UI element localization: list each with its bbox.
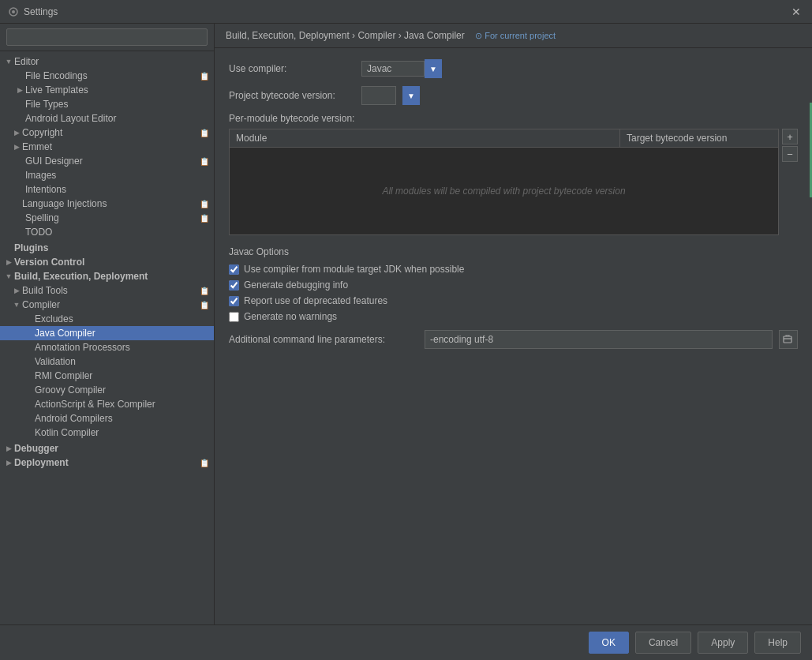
sidebar-item-label: Intentions (25, 184, 214, 195)
sidebar-item-label: Annotation Processors (35, 342, 214, 353)
sidebar-item-label: Live Templates (25, 84, 214, 96)
bytecode-dropdown-button[interactable]: ▼ (402, 86, 420, 105)
sidebar-item-intentions[interactable]: Intentions (0, 182, 214, 197)
add-module-button[interactable]: + (782, 129, 798, 144)
search-input[interactable] (6, 28, 208, 46)
sidebar-item-spelling[interactable]: Spelling 📋 (0, 211, 214, 225)
badge-icon: 📋 (200, 287, 209, 295)
sidebar-item-label: Groovy Compiler (35, 384, 214, 396)
sidebar-item-label: Spelling (25, 212, 200, 223)
sidebar-item-groovy-compiler[interactable]: Groovy Compiler (0, 383, 214, 397)
module-table-body: All modules will be compiled with projec… (230, 148, 778, 234)
sidebar-item-deployment[interactable]: ▶ Deployment 📋 (0, 456, 214, 470)
remove-module-button[interactable]: − (782, 146, 798, 162)
sidebar-item-label: Compiler (22, 299, 200, 310)
sidebar-item-actionscript-flex[interactable]: ActionScript & Flex Compiler (0, 397, 214, 411)
sidebar-item-label: Deployment (14, 457, 200, 468)
arrow-icon: ▶ (14, 86, 25, 94)
badge-icon: 📋 (200, 129, 209, 137)
sidebar-item-file-types[interactable]: File Types (0, 97, 214, 111)
cmd-browse-button[interactable] (779, 330, 798, 349)
checkbox-deprecated-features[interactable] (229, 296, 239, 306)
sidebar-item-compiler[interactable]: ▼ Compiler 📋 (0, 298, 214, 312)
sidebar-item-label: Debugger (14, 443, 214, 454)
sidebar-item-label: Emmet (22, 141, 214, 152)
sidebar-item-language-injections[interactable]: Language Injections 📋 (0, 197, 214, 211)
sidebar-item-gui-designer[interactable]: GUI Designer 📋 (0, 154, 214, 168)
sidebar-item-build-execution-deployment[interactable]: ▼ Build, Execution, Deployment (0, 269, 214, 283)
arrow-icon: ▼ (3, 272, 14, 280)
sidebar-item-java-compiler[interactable]: Java Compiler (0, 326, 214, 340)
sidebar-item-annotation-processors[interactable]: Annotation Processors (0, 340, 214, 354)
checkbox-generate-debug[interactable] (229, 280, 239, 291)
sidebar-item-file-encodings[interactable]: File Encodings 📋 (0, 69, 214, 83)
search-box (0, 24, 214, 51)
cmd-input[interactable] (425, 330, 773, 349)
arrow-icon: ▶ (11, 129, 22, 137)
checkbox-row-4: Generate no warnings (229, 311, 798, 322)
use-compiler-label: Use compiler: (229, 63, 355, 74)
bottom-bar: OK Cancel Apply Help (0, 624, 812, 660)
sidebar-item-editor[interactable]: ▼ Editor (0, 54, 214, 69)
sidebar-item-copyright[interactable]: ▶ Copyright 📋 (0, 126, 214, 140)
sidebar-item-label: Build, Execution, Deployment (14, 271, 214, 282)
checkbox-no-warnings[interactable] (229, 312, 239, 322)
badge-icon: 📋 (200, 459, 209, 467)
help-button[interactable]: Help (754, 632, 801, 654)
sidebar-item-kotlin-compiler[interactable]: Kotlin Compiler (0, 426, 214, 440)
cancel-button[interactable]: Cancel (635, 632, 691, 654)
sidebar-item-live-templates[interactable]: ▶ Live Templates (0, 83, 214, 97)
compiler-dropdown-button[interactable]: ▼ (425, 59, 442, 78)
project-bytecode-row: Project bytecode version: ▼ (229, 86, 798, 105)
badge-icon: 📋 (200, 301, 209, 309)
project-bytecode-label: Project bytecode version: (229, 90, 355, 101)
close-button[interactable]: ✕ (788, 4, 804, 20)
sidebar-item-label: Java Compiler (35, 328, 214, 339)
window-title: Settings (24, 6, 784, 17)
sidebar-item-label: GUI Designer (25, 156, 200, 167)
table-empty-message: All modules will be compiled with projec… (382, 186, 625, 197)
title-bar: Settings ✕ (0, 0, 812, 24)
apply-button[interactable]: Apply (698, 632, 748, 654)
badge-icon: 📋 (200, 157, 209, 166)
module-table-header: Module Target bytecode version (230, 129, 778, 148)
sidebar-item-label: RMI Compiler (35, 370, 214, 381)
sidebar-item-rmi-compiler[interactable]: RMI Compiler (0, 369, 214, 383)
sidebar-item-label: Copyright (22, 127, 200, 138)
sidebar-item-todo[interactable]: TODO (0, 225, 214, 239)
sidebar-item-plugins[interactable]: Plugins (0, 241, 214, 255)
module-table-wrapper: Module Target bytecode version All modul… (229, 129, 798, 235)
arrow-icon: ▶ (3, 258, 14, 266)
project-note: ⊙ For current project (475, 31, 556, 40)
sidebar-item-build-tools[interactable]: ▶ Build Tools 📋 (0, 283, 214, 298)
cmd-row: Additional command line parameters: (229, 330, 798, 349)
sidebar-item-label: Editor (14, 56, 214, 67)
sidebar-item-validation[interactable]: Validation (0, 354, 214, 369)
checkbox-label-1: Use compiler from module target JDK when… (244, 264, 464, 275)
sidebar-item-label: Language Injections (22, 198, 200, 209)
sidebar-item-label: Android Compilers (35, 413, 214, 424)
project-bytecode-input[interactable] (361, 86, 396, 105)
sidebar-item-android-compilers[interactable]: Android Compilers (0, 411, 214, 426)
sidebar-item-debugger[interactable]: ▶ Debugger (0, 441, 214, 456)
ok-button[interactable]: OK (589, 632, 629, 654)
svg-point-1 (12, 10, 15, 13)
cmd-label: Additional command line parameters: (229, 334, 418, 345)
per-module-label: Per-module bytecode version: (229, 113, 798, 124)
sidebar-item-excludes[interactable]: Excludes (0, 312, 214, 326)
arrow-icon: ▶ (3, 459, 14, 467)
sidebar-item-version-control[interactable]: ▶ Version Control (0, 255, 214, 269)
sidebar-item-label: Kotlin Compiler (35, 427, 214, 438)
sidebar-item-emmet[interactable]: ▶ Emmet (0, 140, 214, 154)
checkbox-label-2: Generate debugging info (244, 279, 348, 291)
javac-options-label: Javac Options (229, 246, 798, 257)
checkbox-use-compiler-jdk[interactable] (229, 264, 239, 275)
sidebar-item-label: ActionScript & Flex Compiler (35, 399, 214, 410)
compiler-select[interactable]: Javac Eclipse Ajc (361, 61, 425, 77)
sidebar-item-images[interactable]: Images (0, 168, 214, 182)
sidebar-item-label: Images (25, 170, 214, 181)
checkbox-row-3: Report use of deprecated features (229, 295, 798, 306)
content-panel: Build, Execution, Deployment › Compiler … (215, 24, 812, 624)
badge-icon: 📋 (200, 72, 209, 81)
sidebar-item-android-layout-editor[interactable]: Android Layout Editor (0, 111, 214, 126)
